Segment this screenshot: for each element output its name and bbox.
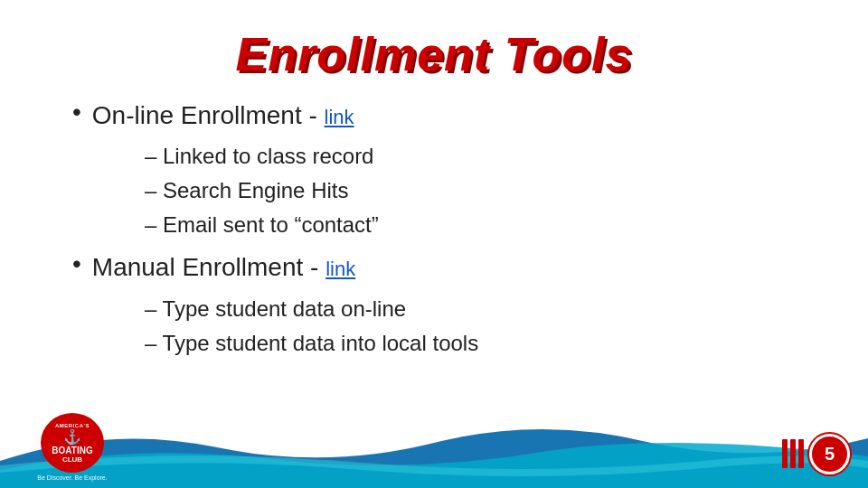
sub-item-1-3: Email sent to “contact” <box>145 208 796 242</box>
bullet-dot-1: • <box>72 96 81 128</box>
bullet-2: • Manual Enrollment - link <box>72 251 796 284</box>
content-area: • On-line Enrollment - link Linked to cl… <box>0 90 868 361</box>
stripe-bar <box>782 439 809 468</box>
bullet-1-link[interactable]: link <box>325 106 354 128</box>
sub-item-2-1: Type student data on-line <box>145 292 796 326</box>
logo-tagline: Be Discover. Be Explore. <box>37 474 107 481</box>
slide-title: Enrollment Tools <box>0 27 868 81</box>
bullet-2-main: Manual Enrollment - <box>92 253 326 281</box>
bottom-decoration <box>0 407 868 488</box>
anchor-icon: ⚓ <box>63 428 81 446</box>
logo-text-club: CLUB <box>62 455 82 464</box>
bullet-2-sub-items: Type student data on-line Type student d… <box>72 292 796 361</box>
logo-area: AMERICA'S ⚓ BOATING CLUB Be Discover. Be… <box>18 413 127 481</box>
logo-text-boating: BOATING <box>52 446 92 455</box>
wave-svg <box>0 407 868 488</box>
slide-title-area: Enrollment Tools <box>0 0 868 90</box>
bullet-1-sub-items: Linked to class record Search Engine Hit… <box>72 139 796 242</box>
bullet-1: • On-line Enrollment - link <box>72 99 796 132</box>
stripe-2 <box>790 439 796 468</box>
bullet-1-text: On-line Enrollment - link <box>92 99 354 132</box>
sub-item-2-2: Type student data into local tools <box>145 326 796 361</box>
stripe-1 <box>782 439 788 468</box>
sub-item-1-1: Linked to class record <box>145 139 796 174</box>
logo-circle: AMERICA'S ⚓ BOATING CLUB <box>41 413 104 473</box>
bullet-1-main: On-line Enrollment - <box>92 101 325 129</box>
slide-number: 5 <box>809 434 850 474</box>
bullet-2-link[interactable]: link <box>326 258 355 280</box>
stripe-3 <box>798 439 804 468</box>
sub-item-1-2: Search Engine Hits <box>145 174 796 208</box>
slide: Enrollment Tools • On-line Enrollment - … <box>0 0 868 488</box>
bullet-2-text: Manual Enrollment - link <box>92 251 355 284</box>
bullet-dot-2: • <box>72 248 81 280</box>
